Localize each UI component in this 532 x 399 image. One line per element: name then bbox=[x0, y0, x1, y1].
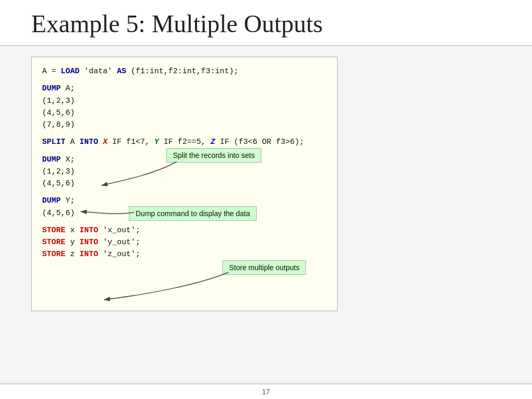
code-line-9: (4,5,6) bbox=[42, 178, 327, 190]
code-line-13: STORE y INTO 'y_out'; bbox=[42, 236, 327, 248]
code-line-10: DUMP Y; bbox=[42, 195, 327, 207]
code-line-1: A = LOAD 'data' AS (f1:int,f2:int,f3:int… bbox=[42, 65, 327, 77]
callout-store: Store multiple outputs bbox=[222, 260, 306, 275]
slide: Example 5: Multiple Outputs A = LOAD 'da… bbox=[0, 0, 532, 399]
code-line-4: (4,5,6) bbox=[42, 107, 327, 119]
callout-dump: Dump command to display the data bbox=[129, 206, 257, 221]
slide-body: A = LOAD 'data' AS (f1:int,f2:int,f3:int… bbox=[0, 46, 532, 383]
callout-split: Split the records into sets bbox=[166, 148, 261, 163]
spacer-1 bbox=[42, 77, 327, 83]
code-line-12: STORE x INTO 'x_out'; bbox=[42, 224, 327, 236]
code-line-8: (1,2,3) bbox=[42, 166, 327, 178]
spacer-4 bbox=[42, 190, 327, 195]
code-line-2: DUMP A; bbox=[42, 83, 327, 95]
slide-title: Example 5: Multiple Outputs bbox=[31, 9, 501, 38]
slide-header: Example 5: Multiple Outputs bbox=[0, 0, 532, 46]
slide-footer: 17 bbox=[0, 383, 532, 399]
page-number: 17 bbox=[262, 388, 270, 396]
code-line-3: (1,2,3) bbox=[42, 95, 327, 107]
code-line-5: (7,8,9) bbox=[42, 119, 327, 131]
spacer-2 bbox=[42, 131, 327, 136]
code-line-14: STORE z INTO 'z_out'; bbox=[42, 248, 327, 260]
code-line-6: SPLIT A INTO X IF f1<7, Y IF f2==5, Z IF… bbox=[42, 136, 327, 148]
